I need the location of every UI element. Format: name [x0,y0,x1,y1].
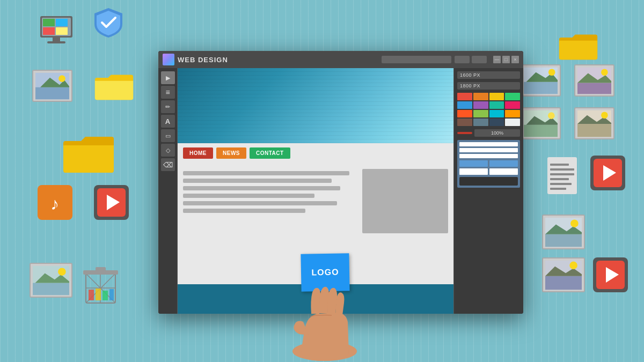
color-swatch-item[interactable] [489,119,504,126]
shield-svg [91,5,126,40]
text-line-2 [183,179,332,183]
svg-rect-29 [96,289,101,300]
svg-rect-18 [33,283,69,295]
color-swatch-item[interactable] [473,101,488,109]
svg-point-65 [569,261,577,269]
color-swatch-item[interactable] [505,110,520,117]
panel-bottom-bar [459,177,518,186]
svg-point-20 [58,268,66,276]
dimension-row-1: 1600 PX [457,71,520,79]
play-icon-left [94,185,129,220]
text-line-1 [183,171,349,175]
title-bar: WEB DESIGN — □ × [158,51,523,68]
tool-rect[interactable]: ▭ [161,129,175,142]
svg-rect-45 [577,123,611,136]
maximize-button[interactable]: □ [502,56,510,63]
nav-contact-button[interactable]: CONTACT [250,147,290,159]
tab-1 [455,56,470,63]
title-bar-logo [163,54,174,65]
tool-text[interactable]: A [161,115,175,128]
panel-line-2 [459,148,518,152]
tool-pen[interactable]: ✏ [161,100,175,113]
nav-home-button[interactable]: HOME [183,147,213,159]
dimension-1800: 1800 PX [457,82,520,90]
left-toolbar: ▶ ≡ ✏ A ▭ ◇ ⌫ [158,68,178,314]
canvas-header-image [178,68,453,143]
svg-text:♪: ♪ [50,194,59,213]
window-controls: — □ × [493,56,519,63]
svg-rect-9 [35,87,69,99]
svg-point-43 [548,112,555,119]
svg-rect-28 [89,290,94,300]
color-swatches [457,93,520,126]
window-title: WEB DESIGN [178,56,378,64]
color-swatch-item[interactable] [473,110,488,117]
nav-buttons: HOME NEWS CONTACT [183,147,290,159]
image-icon-bottom-right-2 [542,257,585,292]
tool-diamond[interactable]: ◇ [161,144,175,157]
color-swatch-item[interactable] [457,101,472,109]
panel-cell-blue-2 [489,160,518,167]
svg-rect-5 [56,19,68,26]
image-icon-top-right-3 [521,107,561,139]
svg-rect-59 [545,234,582,247]
svg-rect-54 [550,188,566,190]
image-icon-top-right-1 [521,64,561,97]
hand-holding-logo [274,265,381,362]
color-swatch-item[interactable] [489,93,504,100]
canvas-image-placeholder [362,169,448,233]
panel-colored-grid [459,160,518,175]
dimension-row-2: 1800 PX [457,82,520,90]
svg-rect-50 [550,168,574,171]
shield-icon [91,5,126,40]
play-icon-bottom-right [593,257,628,292]
close-button[interactable]: × [511,56,519,63]
folder-yellow-top-right [558,29,598,62]
color-swatch-item[interactable] [505,119,520,126]
music-icon-left: ♪ [38,185,72,220]
zoom-color-swatch [457,132,472,134]
tab-2 [472,56,487,63]
document-icon-right [545,156,580,196]
image-icon-top-right-2 [574,64,614,97]
image-icon-top-right-4 [574,107,614,139]
image-icon-bottom-left [30,263,72,298]
panel-properties [457,140,520,188]
color-swatch-item[interactable] [505,101,520,109]
nav-news-button[interactable]: NEWS [216,147,246,159]
minimize-button[interactable]: — [493,56,501,63]
tool-erase[interactable]: ⌫ [161,158,175,171]
color-swatch-item[interactable] [457,110,472,117]
svg-rect-30 [103,291,108,300]
trash-icon [80,263,121,306]
address-bar [382,56,451,63]
svg-rect-2 [53,38,60,42]
zoom-value: 100% [474,129,520,137]
tool-arrow[interactable]: ▶ [161,71,175,84]
svg-rect-27 [96,267,106,271]
svg-rect-63 [545,276,582,289]
color-swatch-item[interactable] [473,119,488,126]
svg-rect-52 [550,178,569,180]
svg-point-61 [570,219,579,227]
dimension-1600: 1600 PX [457,71,520,79]
svg-point-47 [601,112,608,119]
panel-lines [459,142,518,158]
svg-point-11 [58,75,65,82]
svg-rect-33 [524,82,558,94]
svg-rect-37 [577,83,611,94]
right-panel: 1600 PX 1800 PX 100% [453,68,523,314]
tab-group [455,56,487,63]
tool-move[interactable]: ≡ [161,86,175,99]
text-line-4 [183,194,314,198]
color-swatch-item[interactable] [457,93,472,100]
color-swatch-item[interactable] [505,93,520,100]
color-swatch-item[interactable] [473,93,488,100]
color-swatch-item[interactable] [489,110,504,117]
svg-rect-31 [109,289,114,300]
monitor-svg [38,12,75,49]
svg-point-35 [548,69,555,76]
svg-rect-7 [56,27,68,35]
color-swatch-item[interactable] [457,119,472,126]
color-swatch-item[interactable] [489,101,504,109]
